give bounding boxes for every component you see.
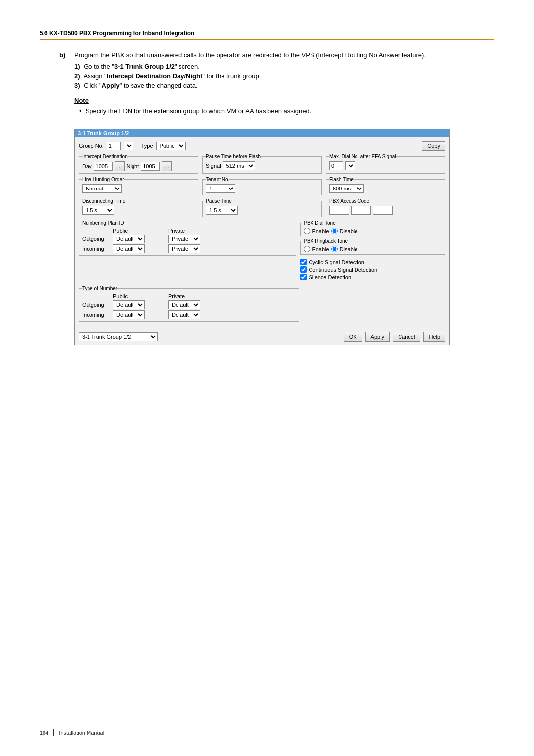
step-3-num: 3) <box>74 82 80 89</box>
step-2-text: Assign "Intercept Destination Day/Night"… <box>83 72 261 80</box>
step-3: 3) Click "Apply" to save the changed dat… <box>74 82 494 89</box>
note-bullet-symbol: • <box>79 107 82 119</box>
step-1-bold: 3-1 Trunk Group 1/2 <box>114 63 175 70</box>
item-b-label: b) <box>59 51 69 353</box>
pbx-access-code-3[interactable] <box>373 206 393 215</box>
intercept-destination-legend: Intercept Destination <box>82 154 128 159</box>
group-no-input[interactable] <box>107 142 121 150</box>
numbering-outgoing-private-select[interactable]: Private <box>168 235 200 243</box>
pause-time-legend: Pause Time <box>206 198 232 204</box>
flash-time-select[interactable]: 600 ms <box>329 184 364 193</box>
cyclic-signal-label: Cyclic Signal Detection <box>309 259 364 265</box>
help-button[interactable]: Help <box>423 332 445 342</box>
dialog-title-text: 3-1 Trunk Group 1/2 <box>78 130 129 136</box>
page-number: 184 <box>40 730 48 736</box>
step-2-bold: Intercept Destination Day/Night <box>107 72 203 80</box>
pause-time-select[interactable]: 1.5 s <box>206 206 238 215</box>
note-title: Note <box>74 97 494 104</box>
night-label: Night <box>127 163 139 169</box>
step-1-text: Go to the "3-1 Trunk Group 1/2" screen. <box>84 63 200 70</box>
pbx-ring-disable-label: Disable <box>340 246 358 252</box>
numbering-incoming-label: Incoming <box>82 246 112 252</box>
tenant-no-legend: Tenant No. <box>206 177 229 182</box>
footer-buttons: OK Apply Cancel Help <box>344 332 445 342</box>
type-select[interactable]: Public <box>156 142 186 150</box>
silence-detection-label: Silence Detection <box>309 274 351 280</box>
numbering-incoming-public-select[interactable]: Default <box>113 244 145 253</box>
type-of-number-legend: Type of Number <box>82 286 117 291</box>
ton-incoming-public-select[interactable]: Default <box>113 310 145 319</box>
pbx-ringback-tone-legend: PBX Ringback Tone <box>304 238 348 244</box>
step-1-num: 1) <box>74 63 80 70</box>
numbering-plan-legend: Numbering Plan ID <box>82 220 124 226</box>
line-hunting-legend: Line Hunting Order <box>82 177 124 182</box>
flash-time-legend: Flash Time <box>329 177 354 182</box>
night-input[interactable] <box>141 162 160 171</box>
max-dial-legend: Max. Dial No. after EFA Signal <box>329 154 396 159</box>
disconnecting-time-select[interactable]: 1.5 s <box>82 206 114 215</box>
numbering-outgoing-label: Outgoing <box>82 236 112 242</box>
item-b-intro: Program the PBX so that unanswered calls… <box>74 51 494 59</box>
section-heading: 5.6 KX-TD500 PBX Programming for Inband … <box>40 30 494 40</box>
max-dial-select[interactable]: ▼ <box>345 161 355 170</box>
max-dial-input[interactable] <box>329 161 343 170</box>
pbx-access-code-legend: PBX Access Code <box>329 198 369 204</box>
pbx-access-code-2[interactable] <box>351 206 371 215</box>
ton-outgoing-label: Outgoing <box>82 302 112 308</box>
pbx-dial-enable-radio[interactable] <box>304 228 310 234</box>
step-3-bold: Apply <box>102 82 120 89</box>
group-no-spinner[interactable]: ▼ <box>124 142 134 150</box>
ton-incoming-label: Incoming <box>82 312 112 318</box>
day-dots-button[interactable]: ... <box>115 161 125 171</box>
pbx-ring-disable-radio[interactable] <box>331 246 338 252</box>
pbx-dial-tone-legend: PBX Dial Tone <box>304 220 335 226</box>
ok-button[interactable]: OK <box>344 332 362 342</box>
note-text: Specify the FDN for the extension group … <box>86 107 312 115</box>
numbering-public-label: Public <box>113 228 167 234</box>
footer-divider <box>53 729 54 736</box>
ton-private-label: Private <box>168 293 213 299</box>
cyclic-signal-checkbox[interactable] <box>300 259 307 265</box>
cancel-button[interactable]: Cancel <box>393 332 420 342</box>
numbering-outgoing-public-select[interactable]: Default <box>113 235 145 243</box>
note-section: Note • Specify the FDN for the extension… <box>74 97 494 119</box>
day-input[interactable] <box>94 162 113 171</box>
pbx-ring-enable-label: Enable <box>312 246 329 252</box>
step-2: 2) Assign "Intercept Destination Day/Nig… <box>74 72 494 80</box>
footer-dropdown-area: 3-1 Trunk Group 1/2 <box>79 332 341 341</box>
pbx-dial-enable-label: Enable <box>312 228 329 234</box>
section-heading-text: 5.6 KX-TD500 PBX Programming for Inband … <box>40 30 194 37</box>
pause-time-flash-legend: Pause Time before Flash <box>206 154 261 159</box>
dialog-window: 3-1 Trunk Group 1/2 Group No. ▼ Type <box>74 129 450 345</box>
dialog-titlebar: 3-1 Trunk Group 1/2 <box>75 129 449 137</box>
disconnecting-time-legend: Disconnecting Time <box>82 198 125 204</box>
page-footer: 184 Installation Manual <box>40 729 104 736</box>
silence-detection-checkbox[interactable] <box>300 274 307 280</box>
continuous-signal-label: Continuous Signal Detection <box>309 267 377 273</box>
ton-public-label: Public <box>113 293 167 299</box>
step-3-text: Click "Apply" to save the changed data. <box>84 82 197 89</box>
steps-list: 1) Go to the "3-1 Trunk Group 1/2" scree… <box>74 63 494 89</box>
footer-dropdown-select[interactable]: 3-1 Trunk Group 1/2 <box>79 332 158 341</box>
ton-incoming-private-select[interactable]: Default <box>168 310 200 319</box>
signal-select[interactable]: 512 ms <box>223 161 255 170</box>
ton-outgoing-private-select[interactable]: Default <box>168 300 200 309</box>
continuous-signal-checkbox[interactable] <box>300 266 307 273</box>
signal-label: Signal <box>206 163 221 169</box>
ton-outgoing-public-select[interactable]: Default <box>113 300 145 309</box>
step-2-num: 2) <box>74 72 80 80</box>
dialog-footer: 3-1 Trunk Group 1/2 OK Apply Cancel Help <box>75 329 449 345</box>
dialog-row-group: Group No. ▼ Type Public Copy <box>79 141 445 151</box>
night-dots-button[interactable]: ... <box>162 161 172 171</box>
line-hunting-select[interactable]: Normal <box>82 184 122 193</box>
numbering-incoming-private-select[interactable]: Private <box>168 244 200 253</box>
day-label: Day <box>82 163 92 169</box>
pbx-dial-disable-radio[interactable] <box>331 228 338 234</box>
pbx-access-code-1[interactable] <box>329 206 349 215</box>
copy-button[interactable]: Copy <box>422 141 445 151</box>
apply-button[interactable]: Apply <box>365 332 390 342</box>
type-label: Type <box>141 143 153 149</box>
pbx-ring-enable-radio[interactable] <box>304 246 310 252</box>
document-name: Installation Manual <box>59 730 104 736</box>
tenant-no-select[interactable]: 1 <box>206 184 235 193</box>
